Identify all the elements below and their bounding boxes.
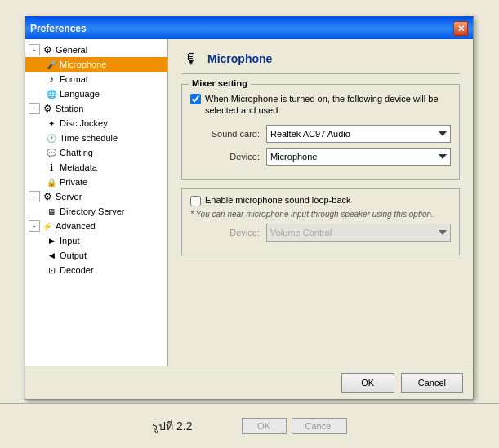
- tree-item-private[interactable]: Private: [25, 175, 167, 189]
- tree-item-general[interactable]: - General: [25, 42, 167, 57]
- loopback-device-row: Device: Volume Control: [190, 224, 451, 242]
- tree-item-input[interactable]: Input: [25, 233, 167, 248]
- loopback-device-select[interactable]: Volume Control: [266, 224, 451, 242]
- tree-label-disc-jockey: Disc Jockey: [60, 118, 108, 128]
- loopback-label: Enable microphone sound loop-back: [205, 195, 351, 205]
- icon-disc-jockey: [45, 117, 58, 130]
- tree-item-chatting[interactable]: Chatting: [25, 145, 167, 160]
- mixer-setting-group: Mixer setting When Microphone is turned …: [181, 84, 460, 180]
- tree-label-output: Output: [60, 251, 87, 260]
- device-label: Device:: [190, 152, 260, 162]
- dialog-footer: OK Cancel: [25, 366, 473, 399]
- icon-directory-server: [45, 205, 58, 218]
- tree-label-server: Server: [56, 192, 82, 202]
- preferences-dialog: Preferences ✕ - General Microphone: [25, 16, 474, 400]
- tree-label-format: Format: [60, 74, 88, 84]
- tree-label-language: Language: [60, 89, 100, 99]
- caption-bar: รูปที่ 2.2 OK Cancel: [0, 403, 499, 448]
- dialog-title: Preferences: [30, 23, 87, 34]
- icon-private: [45, 175, 58, 189]
- tree-label-general: General: [56, 45, 87, 55]
- tree-item-format[interactable]: Format: [25, 72, 167, 86]
- tree-label-decoder: Decoder: [60, 265, 94, 275]
- expand-server[interactable]: -: [29, 191, 40, 202]
- tree-label-time-schedule: Time schedule: [60, 133, 118, 143]
- expand-general[interactable]: -: [29, 44, 40, 55]
- sound-card-select[interactable]: Realtek AC97 Audio: [266, 125, 451, 143]
- tree-label-chatting: Chatting: [60, 148, 93, 157]
- sound-card-label: Sound card:: [190, 129, 260, 139]
- tree-item-metadata[interactable]: Metadata: [25, 160, 167, 175]
- icon-advanced: [41, 220, 54, 233]
- loopback-device-label: Device:: [190, 228, 260, 237]
- icon-time-schedule: [45, 131, 58, 144]
- dialog-body: - General Microphone Format Languag: [25, 39, 473, 366]
- cancel-button[interactable]: Cancel: [401, 373, 463, 393]
- tree-label-input: Input: [60, 236, 79, 246]
- loopback-checkbox[interactable]: [190, 196, 201, 206]
- tree-panel: - General Microphone Format Languag: [25, 39, 168, 366]
- tree-item-station[interactable]: - Station: [25, 101, 167, 116]
- loopback-checkbox-row: Enable microphone sound loop-back: [190, 195, 451, 206]
- icon-decoder: [45, 264, 58, 277]
- icon-format: [45, 73, 58, 86]
- tree-label-station: Station: [56, 104, 83, 113]
- icon-input: [45, 234, 58, 247]
- content-title: Microphone: [207, 52, 272, 65]
- loopback-note: * You can hear microphone input through …: [190, 210, 451, 219]
- device-row: Device: Microphone: [190, 148, 451, 166]
- tree-item-advanced[interactable]: - Advanced: [25, 219, 167, 233]
- microphone-header-icon: 🎙: [181, 49, 201, 69]
- caption-cancel-button: Cancel: [292, 418, 347, 434]
- when-mic-checkbox[interactable]: [190, 94, 201, 104]
- tree-label-advanced: Advanced: [56, 221, 96, 231]
- icon-general: [41, 43, 54, 56]
- dialog-wrapper: Preferences ✕ - General Microphone: [0, 0, 499, 448]
- title-bar: Preferences ✕: [25, 18, 473, 39]
- tree-item-language[interactable]: Language: [25, 86, 167, 101]
- mixer-group-label: Mixer setting: [189, 78, 251, 88]
- icon-language: [45, 87, 58, 100]
- icon-microphone: [45, 58, 58, 71]
- ok-button[interactable]: OK: [341, 373, 394, 393]
- icon-station: [41, 102, 54, 115]
- content-header: 🎙 Microphone: [181, 49, 460, 74]
- caption-text: รูปที่ 2.2: [152, 417, 192, 435]
- tree-item-server[interactable]: - Server: [25, 189, 167, 204]
- content-panel: 🎙 Microphone Mixer setting When Micropho…: [168, 39, 473, 366]
- tree-item-microphone[interactable]: Microphone: [25, 57, 167, 72]
- tree-item-disc-jockey[interactable]: Disc Jockey: [25, 116, 167, 131]
- tree-label-private: Private: [60, 177, 87, 187]
- icon-chatting: [45, 146, 58, 159]
- caption-ok-button: OK: [242, 418, 287, 434]
- loopback-section: Enable microphone sound loop-back * You …: [181, 188, 460, 255]
- tree-label-directory-server: Directory Server: [60, 206, 124, 216]
- tree-item-output[interactable]: Output: [25, 248, 167, 263]
- icon-server: [41, 190, 54, 203]
- expand-station[interactable]: -: [29, 103, 40, 114]
- when-mic-label: When Microphone is turned on, the follow…: [205, 93, 451, 117]
- device-select[interactable]: Microphone: [266, 148, 451, 166]
- icon-metadata: [45, 161, 58, 174]
- tree-item-directory-server[interactable]: Directory Server: [25, 204, 167, 219]
- sound-card-row: Sound card: Realtek AC97 Audio: [190, 125, 451, 143]
- icon-output: [45, 249, 58, 262]
- tree-label-microphone: Microphone: [60, 60, 106, 69]
- tree-item-decoder[interactable]: Decoder: [25, 263, 167, 277]
- tree-label-metadata: Metadata: [60, 162, 97, 172]
- tree-item-time-schedule[interactable]: Time schedule: [25, 131, 167, 145]
- close-button[interactable]: ✕: [453, 21, 468, 36]
- expand-advanced[interactable]: -: [29, 220, 40, 232]
- when-mic-row: When Microphone is turned on, the follow…: [190, 93, 451, 117]
